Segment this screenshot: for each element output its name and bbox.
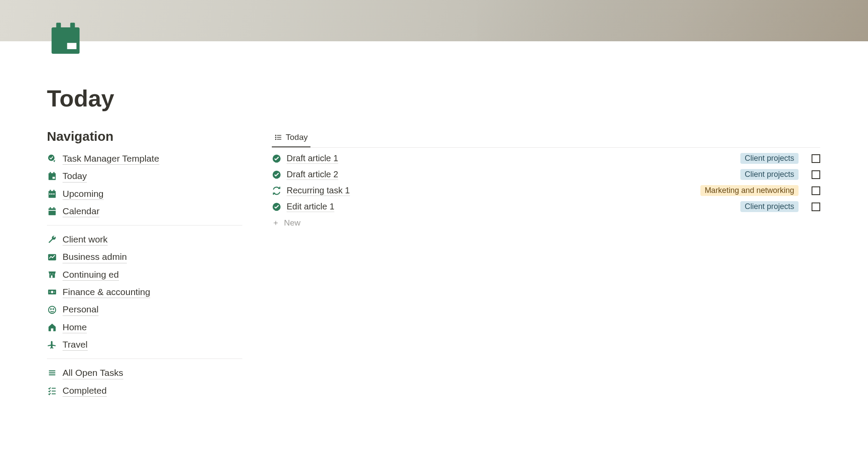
nav-item-label: All Open Tasks (63, 367, 123, 379)
store-icon (47, 269, 57, 280)
task-tag: Client projects (740, 169, 799, 180)
task-checkbox[interactable] (812, 186, 820, 195)
nav-item[interactable]: Task Manager Template (47, 150, 242, 167)
svg-point-27 (50, 309, 51, 309)
svg-point-4 (48, 155, 55, 161)
nav-item-label: Personal (63, 303, 99, 315)
svg-rect-14 (53, 193, 55, 195)
nav-item[interactable]: Upcoming (47, 185, 242, 202)
nav-item[interactable]: Business admin (47, 248, 242, 266)
svg-rect-17 (53, 207, 55, 209)
svg-rect-2 (70, 23, 75, 30)
svg-point-38 (275, 135, 276, 136)
repeat-icon (272, 186, 281, 196)
nav-item-label: Finance & accounting (63, 286, 150, 298)
svg-point-26 (49, 306, 56, 313)
nav-item-label: Today (63, 170, 87, 182)
svg-rect-8 (53, 177, 55, 179)
main-content: Today Draft article 1Client projectsDraf… (272, 129, 820, 228)
svg-point-28 (53, 309, 54, 309)
task-title[interactable]: Edit article 1 (287, 202, 334, 212)
navigation-heading: Navigation (47, 129, 242, 144)
task-title[interactable]: Draft article 1 (287, 153, 338, 164)
new-task-button[interactable]: New (272, 215, 820, 228)
nav-item[interactable]: Finance & accounting (47, 283, 242, 301)
check-arrow-icon (47, 153, 57, 164)
task-checkbox[interactable] (812, 202, 820, 211)
nav-item[interactable]: Client work (47, 231, 242, 248)
check-circle-icon (272, 170, 281, 179)
tab-today[interactable]: Today (272, 129, 310, 147)
svg-rect-11 (53, 190, 55, 192)
svg-rect-7 (53, 172, 55, 174)
page-icon (47, 20, 84, 57)
nav-item[interactable]: Personal (47, 301, 242, 318)
svg-rect-6 (50, 172, 51, 174)
nav-item-label: Business admin (63, 251, 127, 263)
svg-rect-12 (50, 193, 51, 195)
svg-rect-5 (49, 173, 56, 180)
svg-rect-15 (49, 209, 56, 216)
chart-icon (47, 252, 57, 262)
task-tag: Client projects (740, 201, 799, 212)
divider (47, 358, 242, 359)
nav-item-label: Client work (63, 233, 108, 246)
view-tabs: Today (272, 129, 820, 148)
task-row[interactable]: Recurring task 1Marketing and networking (272, 183, 820, 199)
list-lines-icon (47, 368, 57, 378)
nav-item[interactable]: All Open Tasks (47, 364, 242, 382)
svg-rect-1 (56, 23, 61, 30)
task-row[interactable]: Draft article 1Client projects (272, 150, 820, 166)
nav-item-label: Upcoming (63, 188, 104, 200)
nav-item[interactable]: Today (47, 167, 242, 185)
svg-rect-10 (50, 190, 51, 192)
money-icon (47, 287, 57, 297)
nav-item-label: Task Manager Template (63, 153, 159, 165)
task-row[interactable]: Edit article 1Client projects (272, 199, 820, 215)
svg-rect-0 (52, 27, 80, 54)
tab-label: Today (286, 133, 308, 142)
task-title[interactable]: Draft article 2 (287, 169, 338, 180)
nav-item[interactable]: Calendar (47, 202, 242, 220)
check-circle-icon (272, 202, 281, 212)
task-checkbox[interactable] (812, 154, 820, 163)
task-tag: Marketing and networking (700, 185, 799, 196)
task-title[interactable]: Recurring task 1 (287, 186, 350, 196)
check-circle-icon (272, 154, 281, 163)
nav-item-label: Continuing ed (63, 269, 119, 281)
nav-item[interactable]: Completed (47, 382, 242, 399)
nav-item[interactable]: Continuing ed (47, 266, 242, 283)
task-row[interactable]: Draft article 2Client projects (272, 166, 820, 183)
nav-item-label: Travel (63, 339, 88, 351)
divider (47, 225, 242, 226)
svg-point-24 (50, 292, 50, 292)
svg-point-23 (51, 291, 53, 293)
new-task-label: New (284, 218, 300, 228)
list-icon (274, 133, 282, 141)
svg-rect-21 (51, 275, 53, 278)
svg-point-40 (275, 139, 276, 140)
nav-item-label: Home (63, 321, 87, 333)
svg-rect-16 (50, 207, 51, 209)
plane-icon (47, 339, 57, 350)
svg-point-25 (54, 292, 55, 292)
navigation-sidebar: Navigation Task Manager TemplateTodayUpc… (47, 129, 242, 399)
nav-item-label: Completed (63, 385, 107, 397)
calendar-day-icon (47, 171, 57, 181)
wrench-icon (47, 234, 57, 245)
nav-item[interactable]: Travel (47, 336, 242, 353)
nav-item[interactable]: Home (47, 319, 242, 336)
svg-rect-18 (49, 210, 56, 211)
nav-item-label: Calendar (63, 205, 99, 217)
checklist-icon (47, 385, 57, 396)
task-list: Draft article 1Client projectsDraft arti… (272, 150, 820, 215)
calendar-week-icon (47, 189, 57, 199)
svg-point-39 (275, 137, 276, 138)
calendar-icon (47, 206, 57, 216)
plus-icon (272, 219, 280, 227)
task-tag: Client projects (740, 153, 799, 164)
face-icon (47, 305, 57, 315)
task-checkbox[interactable] (812, 170, 820, 179)
cover-image (0, 0, 868, 41)
home-icon (47, 322, 57, 332)
